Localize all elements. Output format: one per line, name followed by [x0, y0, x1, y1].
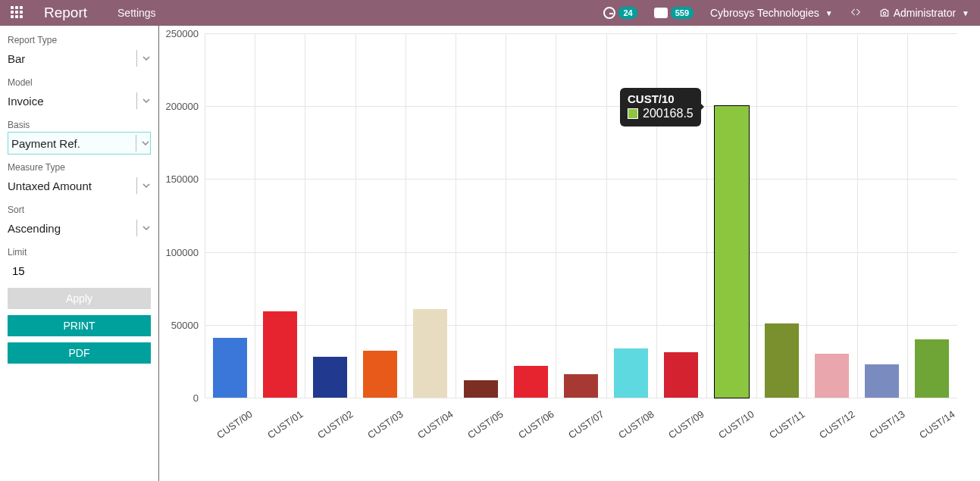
chart-bar[interactable]	[765, 323, 799, 398]
chevron-down-icon	[142, 223, 151, 233]
chart-bar[interactable]	[865, 364, 899, 398]
sort-label: Sort	[8, 205, 151, 215]
report-type-label: Report Type	[8, 35, 151, 45]
chart-area: 050000100000150000200000250000 CUST/00CU…	[159, 26, 980, 481]
chevron-down-icon: ▼	[962, 9, 969, 17]
activities-button[interactable]: 24	[603, 7, 637, 19]
app-title[interactable]: Report	[44, 5, 87, 21]
apply-button[interactable]: Apply	[8, 288, 151, 309]
chevron-down-icon	[141, 139, 150, 148]
chart-bar[interactable]	[514, 366, 548, 398]
chart-bar[interactable]	[815, 354, 849, 398]
bar-slot	[456, 33, 506, 398]
chart-bar[interactable]	[715, 106, 749, 398]
chart-bar[interactable]	[313, 357, 347, 398]
chat-icon	[654, 8, 668, 18]
pdf-button[interactable]: PDF	[8, 342, 151, 364]
y-tick-label: 100000	[166, 246, 205, 258]
bar-chart[interactable]: 050000100000150000200000250000	[205, 33, 957, 398]
limit-input[interactable]	[8, 259, 151, 282]
model-value: Invoice	[8, 93, 132, 109]
company-switcher[interactable]: Cybrosys Technologies ▼	[710, 7, 833, 19]
apps-icon[interactable]	[11, 6, 24, 20]
chart-bar[interactable]	[915, 339, 949, 398]
y-tick-label: 0	[193, 392, 205, 404]
bar-slot	[756, 33, 806, 398]
y-tick-label: 150000	[166, 173, 205, 185]
measure-type-label: Measure Type	[8, 162, 151, 173]
bar-slot	[857, 33, 907, 398]
chart-bar[interactable]	[263, 311, 297, 398]
bar-slot	[606, 33, 656, 398]
bar-slot	[556, 33, 606, 398]
sort-value: Ascending	[8, 220, 132, 236]
limit-label: Limit	[8, 247, 151, 258]
report-type-value: Bar	[8, 51, 132, 67]
menu-settings[interactable]: Settings	[117, 7, 156, 19]
measure-type-select[interactable]: Untaxed Amount	[8, 174, 151, 197]
activities-badge: 24	[618, 7, 637, 19]
camera-icon	[878, 8, 891, 18]
bar-slot	[255, 33, 305, 398]
model-select[interactable]: Invoice	[8, 89, 151, 112]
model-label: Model	[8, 77, 151, 88]
bar-slot	[355, 33, 405, 398]
sort-select[interactable]: Ascending	[8, 217, 151, 239]
bar-slot	[656, 33, 706, 398]
bar-slot	[806, 33, 856, 398]
bar-slot	[706, 33, 756, 398]
chart-bar[interactable]	[464, 380, 498, 398]
bar-slot	[305, 33, 355, 398]
chart-bar[interactable]	[664, 352, 698, 398]
x-tick-label: CUST/14	[917, 408, 976, 469]
user-name: Administrator	[894, 7, 956, 19]
discuss-badge: 559	[671, 7, 694, 19]
bar-slot	[205, 33, 255, 398]
debug-icon[interactable]	[850, 6, 862, 20]
chevron-down-icon: ▼	[825, 9, 833, 17]
discuss-button[interactable]: 559	[654, 7, 694, 19]
svg-point-0	[883, 12, 886, 14]
chart-bar[interactable]	[413, 309, 447, 398]
bar-slot	[405, 33, 456, 398]
y-tick-label: 50000	[171, 319, 205, 330]
company-name: Cybrosys Technologies	[710, 7, 819, 19]
report-options-sidebar: Report Type Bar Model Invoice Basis Paym…	[0, 26, 159, 481]
print-button[interactable]: PRINT	[8, 315, 151, 336]
y-tick-label: 250000	[166, 28, 205, 39]
chart-bar[interactable]	[363, 351, 397, 398]
chevron-down-icon	[142, 54, 151, 63]
chevron-down-icon	[142, 181, 151, 190]
bar-slot	[506, 33, 556, 398]
measure-type-value: Untaxed Amount	[8, 178, 132, 194]
chart-bar[interactable]	[614, 348, 648, 398]
basis-select[interactable]: Payment Ref.	[8, 132, 151, 155]
basis-label: Basis	[8, 120, 151, 130]
basis-value: Payment Ref.	[11, 136, 131, 151]
chevron-down-icon	[142, 96, 151, 105]
chart-bar[interactable]	[213, 338, 247, 398]
clock-icon	[603, 7, 615, 19]
bar-slot	[907, 33, 957, 398]
report-type-select[interactable]: Bar	[8, 47, 151, 70]
y-tick-label: 200000	[166, 101, 205, 112]
chart-bar[interactable]	[564, 374, 598, 398]
user-menu[interactable]: Administrator ▼	[878, 7, 969, 19]
